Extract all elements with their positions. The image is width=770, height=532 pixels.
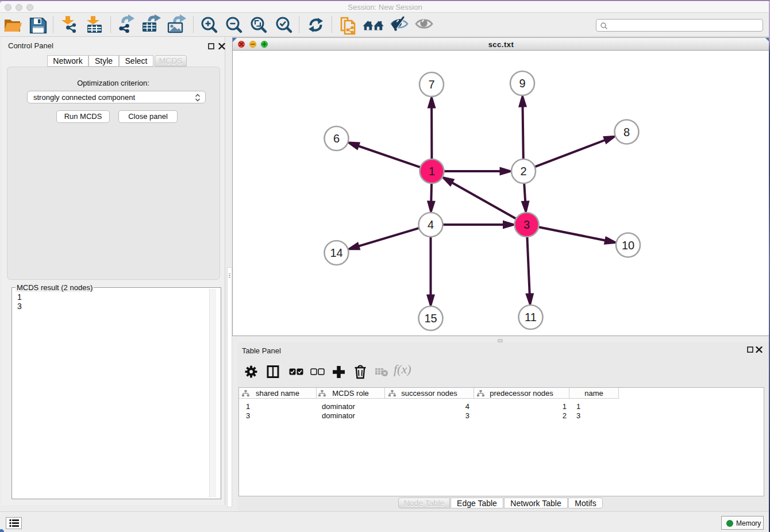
svg-text:10: 10 (622, 239, 634, 252)
svg-text:1: 1 (429, 165, 435, 178)
svg-text:14: 14 (330, 246, 342, 259)
svg-text:4: 4 (428, 218, 434, 231)
svg-text:7: 7 (428, 78, 434, 91)
svg-text:3: 3 (523, 218, 530, 231)
svg-text:11: 11 (525, 311, 537, 323)
svg-text:15: 15 (424, 312, 437, 325)
svg-text:6: 6 (333, 132, 340, 145)
svg-text:8: 8 (623, 126, 630, 138)
svg-text:9: 9 (519, 77, 525, 90)
svg-text:2: 2 (520, 165, 526, 178)
